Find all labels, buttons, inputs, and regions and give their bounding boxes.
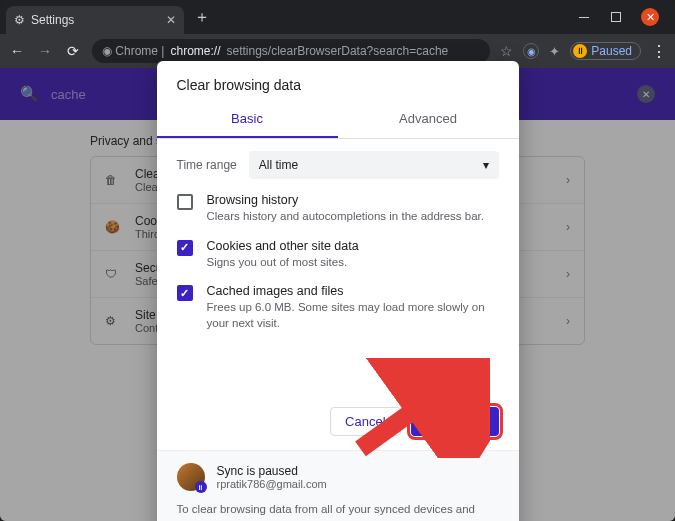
close-icon[interactable]: ✕ bbox=[166, 13, 176, 27]
window-titlebar: ⚙ Settings ✕ ＋ ✕ bbox=[0, 0, 675, 34]
tab-basic[interactable]: Basic bbox=[157, 101, 338, 138]
url-path: settings/clearBrowserData?search=cache bbox=[227, 44, 449, 58]
sync-status: Sync is paused bbox=[217, 464, 327, 478]
checkbox-browsing-history[interactable] bbox=[177, 194, 193, 210]
extension-icon[interactable]: ◉ bbox=[523, 43, 539, 59]
maximize-button[interactable] bbox=[609, 10, 623, 24]
window-controls: ✕ bbox=[577, 8, 675, 26]
sync-note: To clear browsing data from all of your … bbox=[177, 501, 499, 521]
paused-label: Paused bbox=[591, 44, 632, 58]
option-title: Browsing history bbox=[207, 193, 484, 207]
tab-title: Settings bbox=[31, 13, 160, 27]
gear-icon: ⚙ bbox=[14, 13, 25, 27]
scheme-chip: ◉ Chrome | bbox=[102, 44, 164, 58]
chevron-down-icon: ▾ bbox=[483, 158, 489, 172]
avatar bbox=[177, 463, 205, 491]
forward-button[interactable]: → bbox=[36, 43, 54, 59]
checkbox-cached[interactable] bbox=[177, 285, 193, 301]
option-desc: Signs you out of most sites. bbox=[207, 255, 359, 271]
url-box[interactable]: ◉ Chrome | chrome://settings/clearBrowse… bbox=[92, 39, 490, 63]
pause-icon: ⏸ bbox=[573, 44, 587, 58]
option-desc: Frees up 6.0 MB. Some sites may load mor… bbox=[207, 300, 499, 331]
reload-button[interactable]: ⟳ bbox=[64, 43, 82, 59]
time-range-label: Time range bbox=[177, 158, 237, 172]
cancel-button[interactable]: Cancel bbox=[330, 407, 400, 436]
option-title: Cookies and other site data bbox=[207, 239, 359, 253]
menu-button[interactable]: ⋮ bbox=[651, 42, 667, 61]
clear-browsing-data-dialog: Clear browsing data Basic Advanced Time … bbox=[157, 61, 519, 521]
option-title: Cached images and files bbox=[207, 284, 499, 298]
checkbox-cookies[interactable] bbox=[177, 240, 193, 256]
option-desc: Clears history and autocompletions in th… bbox=[207, 209, 484, 225]
dialog-title: Clear browsing data bbox=[157, 61, 519, 101]
sync-email: rpratik786@gmail.com bbox=[217, 478, 327, 490]
tab-advanced[interactable]: Advanced bbox=[338, 101, 519, 138]
time-range-select[interactable]: All time ▾ bbox=[249, 151, 499, 179]
bookmark-icon[interactable]: ☆ bbox=[500, 43, 513, 59]
profile-chip[interactable]: ⏸ Paused bbox=[570, 42, 641, 60]
browser-tab[interactable]: ⚙ Settings ✕ bbox=[6, 6, 184, 34]
new-tab-button[interactable]: ＋ bbox=[194, 7, 210, 28]
extensions-icon[interactable]: ✦ bbox=[549, 44, 560, 59]
minimize-button[interactable] bbox=[577, 10, 591, 24]
clear-data-button[interactable]: Clear data bbox=[411, 407, 499, 436]
back-button[interactable]: ← bbox=[8, 43, 26, 59]
url-host: chrome:// bbox=[170, 44, 220, 58]
close-button[interactable]: ✕ bbox=[641, 8, 659, 26]
